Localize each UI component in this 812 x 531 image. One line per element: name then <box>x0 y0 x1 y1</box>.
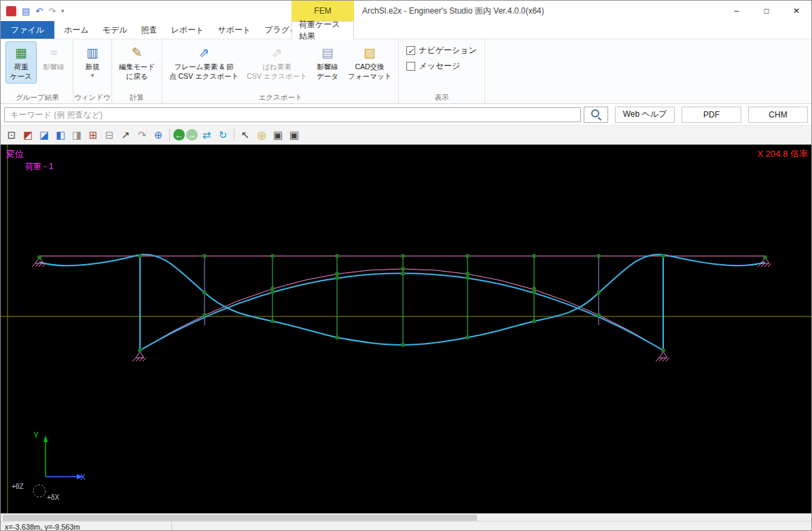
influence-line-button[interactable]: ≈ 影響線 <box>38 41 69 74</box>
navigation-label: ナビゲーション <box>419 45 477 56</box>
frame-csv-icon: ⇗ <box>195 44 213 62</box>
influence-line-label: 影響線 <box>43 62 65 71</box>
cad-format-label-2: フォーマット <box>348 72 391 81</box>
influence-data-label-1: 影響線 <box>317 62 338 71</box>
view-side-icon[interactable]: ◧ <box>53 128 68 143</box>
group-label-export: エクスポート <box>162 93 398 103</box>
influence-data-icon: ▤ <box>319 44 336 62</box>
chm-button[interactable]: CHM <box>748 107 808 123</box>
pointer-icon[interactable]: ↖ <box>238 128 253 143</box>
x-axis-label: X <box>80 473 86 482</box>
frame-csv-label-1: フレーム要素 & 節 <box>175 62 234 71</box>
help-search-row: Web ヘルプ PDF CHM <box>1 104 811 126</box>
maximize-button[interactable]: □ <box>752 1 781 21</box>
load-case-button[interactable]: ▦ 荷重 ケース <box>5 41 37 84</box>
cursor-coordinates: x=-3.638m, y=-9.563m <box>1 521 172 531</box>
new-window-label: 新規 <box>86 62 100 71</box>
new-window-icon: ▥ <box>84 44 101 62</box>
tab-check[interactable]: 照査 <box>135 21 164 39</box>
group-results-section: ▦ 荷重 ケース ≈ 影響線 グループ結果 <box>2 39 73 103</box>
influence-data-button[interactable]: ▤ 影響線 データ <box>312 41 343 84</box>
quick-access-toolbar: ▤ ↶ ↷ ▾ <box>1 6 65 16</box>
zoom-window-icon[interactable]: ⊞ <box>86 128 101 143</box>
nav-back-icon[interactable]: ← <box>173 129 185 141</box>
load-case-label-2: ケース <box>10 72 32 81</box>
frame-csv-label-2: 点 CSV エクスポート <box>169 72 239 81</box>
axis-indicator: Y X +θZ +δX <box>12 431 86 501</box>
new-window-dropdown-icon[interactable]: ▾ <box>91 72 94 79</box>
result-mode-label: 変位 <box>6 149 24 159</box>
displacement-plot: 変位 荷重 - 1 X 204.8 倍率 Y X +θZ +δX <box>1 145 811 513</box>
navigation-checkbox[interactable]: ✓ ナビゲーション <box>406 45 477 56</box>
tab-file[interactable]: ファイル <box>1 21 54 39</box>
zoom-extents-icon[interactable]: ↗ <box>118 128 133 143</box>
group-label-calc: 計算 <box>112 93 162 103</box>
minimize-button[interactable]: – <box>722 1 752 21</box>
group-label-results: グループ結果 <box>2 93 73 103</box>
zoom-out-icon[interactable]: ⊟ <box>102 128 117 143</box>
refresh-swap-icon[interactable]: ⇄ <box>199 128 214 143</box>
center-target-icon[interactable]: ⊕ <box>151 128 166 143</box>
cad-format-button[interactable]: ▨ CAD交換 フォーマット <box>345 41 395 84</box>
delta-x-label: +δX <box>47 494 59 501</box>
snapshot-icon[interactable]: ▣ <box>270 128 285 143</box>
group-label-window: ウィンドウ <box>73 93 111 103</box>
secondary-members <box>205 256 599 325</box>
qat-dropdown-icon[interactable]: ▾ <box>61 7 65 14</box>
snapshot-add-icon[interactable]: ▣ <box>287 128 302 143</box>
theta-z-label: +θZ <box>12 483 24 490</box>
model-nodes <box>37 254 767 352</box>
select-region-icon[interactable]: ⊡ <box>4 128 19 143</box>
spring-csv-icon: ⇗ <box>268 44 286 62</box>
toolbar-separator <box>169 129 170 141</box>
back-to-edit-button[interactable]: ✎ 編集モード に戻る <box>116 41 158 84</box>
tab-report[interactable]: レポート <box>164 21 211 39</box>
zoom-region-icon[interactable]: ◎ <box>254 128 269 143</box>
tab-home[interactable]: ホーム <box>57 21 96 39</box>
view-top-icon[interactable]: ◨ <box>69 128 84 143</box>
back-to-edit-label-1: 編集モード <box>119 62 155 71</box>
navigation-checkbox-box: ✓ <box>406 46 415 55</box>
scrollbar-thumb[interactable] <box>3 515 477 521</box>
tab-model[interactable]: モデル <box>96 21 135 39</box>
message-label: メッセージ <box>419 60 460 72</box>
nav-forward-icon[interactable]: → <box>186 129 198 141</box>
cad-format-icon: ▨ <box>361 44 378 62</box>
frame-csv-export-button[interactable]: ⇗ フレーム要素 & 節 点 CSV エクスポート <box>166 41 242 84</box>
window-title: ArchSl.e2x - Engineer's Studio 面内 Ver.4.… <box>362 1 544 21</box>
spring-csv-export-button[interactable]: ⇗ ばね要素 CSV エクスポート <box>243 41 311 84</box>
view-front-icon[interactable]: ◪ <box>37 128 52 143</box>
app-logo-icon <box>6 6 16 16</box>
ribbon-tab-row: ファイル ホーム モデル 照査 レポート サポート プラグイン 荷重ケース結果 <box>1 21 811 39</box>
group-label-view: 表示 <box>399 93 484 103</box>
fem-contextual-tab-header[interactable]: FEM <box>292 1 354 21</box>
scale-factor-label: X 204.8 倍率 <box>758 149 808 159</box>
view-iso-icon[interactable]: ◩ <box>20 128 35 143</box>
orbit-icon[interactable]: ↷ <box>135 128 149 143</box>
redo-icon[interactable]: ↷ <box>48 6 56 16</box>
check-icon: ✓ <box>408 47 414 55</box>
pdf-button[interactable]: PDF <box>682 107 741 123</box>
tab-load-case-results[interactable]: 荷重ケース結果 <box>292 21 354 39</box>
edit-mode-icon: ✎ <box>128 44 146 62</box>
web-help-button[interactable]: Web ヘルプ <box>615 107 675 123</box>
close-button[interactable]: ✕ <box>781 1 811 21</box>
back-to-edit-label-2: に戻る <box>126 72 148 81</box>
save-icon[interactable]: ▤ <box>22 6 30 16</box>
load-case-overlay-label: 荷重 - 1 <box>25 162 54 171</box>
keyword-search-input[interactable] <box>4 107 581 122</box>
new-window-button[interactable]: ▥ 新規 ▾ <box>77 41 108 81</box>
view-section: ✓ ナビゲーション メッセージ 表示 <box>399 39 485 103</box>
search-button[interactable] <box>584 107 608 123</box>
toolbar-separator <box>234 129 234 141</box>
window-controls: – □ ✕ <box>722 1 811 21</box>
model-canvas[interactable]: 変位 荷重 - 1 X 204.8 倍率 Y X +θZ +δX <box>1 145 811 513</box>
load-case-label-1: 荷重 <box>14 62 29 71</box>
refresh-icon[interactable]: ↻ <box>215 128 230 143</box>
tab-support[interactable]: サポート <box>211 21 258 39</box>
influence-data-label-2: データ <box>317 72 338 81</box>
view-toolbar: ⊡ ◩ ◪ ◧ ◨ ⊞ ⊟ ↗ ↷ ⊕ ← → ⇄ ↻ ↖ ◎ ▣ ▣ <box>1 126 811 145</box>
horizontal-scrollbar[interactable] <box>1 513 811 521</box>
undo-icon[interactable]: ↶ <box>35 6 43 16</box>
message-checkbox[interactable]: メッセージ <box>406 60 477 72</box>
